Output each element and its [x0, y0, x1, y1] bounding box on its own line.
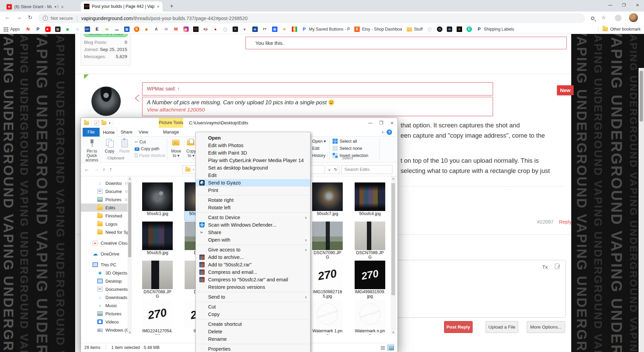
- file-item[interactable]: 50ssfc1.jpg: [142, 182, 173, 221]
- context-menu-item[interactable]: Give access to ›: [196, 246, 310, 253]
- bookmark[interactable]: ○: [75, 27, 80, 32]
- bookmark[interactable]: ▦: [55, 27, 61, 32]
- other-bookmarks[interactable]: Other bookmark: [598, 27, 641, 32]
- context-menu-item[interactable]: [197, 195, 309, 195]
- scroll-up-icon[interactable]: ∧: [128, 177, 132, 180]
- drafts-icon[interactable]: [555, 264, 559, 269]
- file-item[interactable]: 50ssfc4.jpg: [355, 182, 385, 221]
- bookmark[interactable]: E Etsy - Shop Dashboa: [354, 27, 402, 32]
- bookmark[interactable]: P My Saved Buttons - P: [302, 27, 350, 32]
- customize-qat-icon[interactable]: ▾: [109, 121, 111, 125]
- tab-view[interactable]: View: [136, 128, 151, 137]
- file-item[interactable]: TRINITYGLASS Watermark 1.png: [312, 300, 343, 335]
- bookmark[interactable]: ✉: [164, 27, 169, 32]
- bookmark[interactable]: A: [154, 27, 159, 32]
- bookmark[interactable]: rs: [104, 27, 110, 32]
- address-dropdown-refresh[interactable]: ∨↻: [326, 165, 339, 174]
- select-all-button[interactable]: Select all: [333, 138, 357, 145]
- nav-recent-icon[interactable]: ∨: [103, 168, 105, 171]
- reload-button[interactable]: ↻: [28, 14, 32, 21]
- sidebar-item[interactable]: Videos: [81, 318, 128, 326]
- sidebar-item[interactable]: ☁ OneDrive: [81, 250, 128, 258]
- sidebar-item[interactable]: Desktop: [81, 277, 128, 285]
- sidebar-item[interactable]: ∞ Creative Cloud Fil: [81, 239, 128, 247]
- sidebar-item[interactable]: ↓ Downloads: [81, 179, 128, 187]
- context-menu-item[interactable]: Send to Gyazo: [196, 179, 310, 187]
- context-menu-item[interactable]: Edit with Paint 3D: [196, 149, 310, 157]
- context-menu-item[interactable]: Scan with Windows Defender...: [196, 221, 310, 229]
- sidebar-item[interactable]: Windows (C:): [81, 326, 128, 334]
- scroll-up-icon[interactable]: ∧: [391, 177, 396, 180]
- context-menu-item[interactable]: Add to archive...: [196, 253, 310, 261]
- bookmark[interactable]: ■: [65, 27, 70, 32]
- context-menu-item[interactable]: [197, 292, 309, 292]
- history-button[interactable]: History: [312, 152, 325, 159]
- back-button[interactable]: ←: [5, 14, 10, 20]
- bookmark[interactable]: ▦: [272, 27, 277, 32]
- quote-header[interactable]: WPMac said: ↑: [142, 82, 493, 95]
- copy-path-button[interactable]: WCopy path: [135, 146, 159, 152]
- sidebar-item[interactable]: ♪ Music: [81, 301, 128, 310]
- file-item[interactable]: DSCN7089.JPG: [355, 222, 385, 260]
- nav-forward-icon[interactable]: →: [94, 166, 99, 172]
- sidebar-item[interactable]: Documents: [81, 285, 128, 293]
- bookmark[interactable]: ❖: [282, 27, 287, 32]
- context-menu-item[interactable]: Open: [196, 134, 310, 142]
- attachment-link[interactable]: View attachment 120050: [147, 107, 488, 113]
- context-menu-item[interactable]: Compress and email...: [196, 268, 310, 276]
- sidebar-item[interactable]: Documents: [81, 187, 128, 195]
- more-options-button[interactable]: More Options...: [527, 321, 565, 333]
- file-item[interactable]: 270 IMG1509827165.jpg: [312, 261, 343, 299]
- explorer-maximize-button[interactable]: ❐: [376, 118, 387, 128]
- context-menu-item[interactable]: Rotate right: [196, 196, 310, 204]
- window-maximize-button[interactable]: ❐: [618, 0, 630, 10]
- bookmark[interactable]: P Shipping Labels: [476, 27, 514, 32]
- bookmark[interactable]: E: [95, 27, 100, 32]
- file-item[interactable]: 50ssfc7.jpg: [312, 182, 343, 221]
- context-menu-item[interactable]: Cast to Device ›: [196, 214, 310, 221]
- file-item[interactable]: 270 IMG224127054.jpg: [142, 300, 173, 335]
- bookmark[interactable]: VU: [193, 27, 199, 32]
- apps-label[interactable]: Apps: [10, 27, 20, 32]
- file-item[interactable]: DSCN7090.JPG: [312, 222, 343, 260]
- sidebar-item[interactable]: Need for Speed (: [81, 228, 128, 236]
- tab-close-icon[interactable]: ×: [61, 4, 64, 10]
- context-menu-item[interactable]: Send to ›: [196, 293, 310, 301]
- sidebar-item[interactable]: ◆ 3D Objects: [81, 269, 128, 277]
- file-item[interactable]: 270 IMG499831509.jpg: [355, 261, 385, 299]
- move-to-button[interactable]: Move to ▾: [169, 138, 184, 158]
- explorer-title-bar[interactable]: ✓ ▾ Picture Tools C:\Users\raymo\Desktop…: [81, 118, 397, 128]
- tab-close-icon[interactable]: ×: [157, 4, 159, 9]
- extension-icon[interactable]: [615, 15, 622, 21]
- sidebar-scrollbar[interactable]: ∧ ∨: [128, 176, 132, 335]
- bookmark[interactable]: ▬: [114, 27, 120, 32]
- context-menu-item[interactable]: Rename: [196, 335, 310, 343]
- context-menu-item[interactable]: [197, 245, 309, 245]
- search-input[interactable]: Search Edits: [341, 165, 392, 174]
- user-avatar[interactable]: [91, 86, 121, 116]
- scrollbar-thumb[interactable]: [640, 71, 643, 122]
- tab-share[interactable]: Share: [118, 128, 135, 137]
- bookmark[interactable]: S: [134, 27, 139, 32]
- context-menu-item[interactable]: [197, 212, 309, 213]
- tab-manage[interactable]: Manage: [161, 128, 181, 137]
- paste-shortcut-button[interactable]: Paste shortcut: [135, 153, 165, 159]
- upload-file-button[interactable]: Upload a File: [486, 321, 518, 333]
- context-menu-item[interactable]: [197, 344, 309, 344]
- context-menu-item[interactable]: [197, 302, 309, 302]
- thumbnails-view-icon[interactable]: [387, 345, 394, 351]
- context-menu-item[interactable]: Open with ›: [196, 236, 310, 244]
- bookmark[interactable]: ●: [213, 27, 218, 32]
- context-menu-item[interactable]: Rotate left: [196, 204, 310, 211]
- bookmark[interactable]: ▶: [45, 27, 51, 32]
- select-none-button[interactable]: Select none: [333, 145, 362, 152]
- new-folder-qat-icon[interactable]: [101, 121, 106, 125]
- sidebar-item[interactable]: Logos: [81, 220, 128, 228]
- new-tab-button[interactable]: +: [170, 3, 173, 10]
- bookmark-star-icon[interactable]: ☆: [601, 14, 606, 21]
- explorer-close-button[interactable]: ×: [387, 118, 397, 128]
- page-info-icon[interactable]: i: [43, 16, 48, 21]
- file-item[interactable]: TRINITYGLASS Watermark n.png: [355, 300, 385, 335]
- context-menu-item[interactable]: Set as desktop background: [196, 164, 310, 172]
- browser-profile-avatar[interactable]: [629, 13, 638, 22]
